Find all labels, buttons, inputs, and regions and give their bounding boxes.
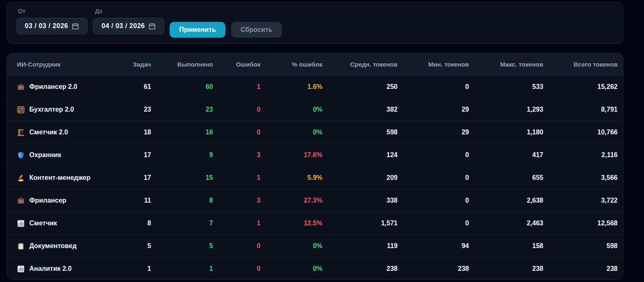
max-tokens-value: 238 xyxy=(469,265,543,272)
writing-hand-icon xyxy=(17,174,25,182)
table-row: Бухгалтер 2.0 23 23 0 0% 382 29 1,293 8,… xyxy=(7,98,623,121)
error-rate-value: 1.6% xyxy=(260,83,322,91)
table-row: Документовед 5 5 0 0% 119 94 158 598 xyxy=(7,235,623,258)
table-header-row: ИИ-Сотрудник Задач Выполнено Ошибок % ош… xyxy=(7,53,623,76)
table-row: Фрилансер 2.0 61 60 1 1.6% 250 0 533 15,… xyxy=(7,76,623,98)
date-from-label: От xyxy=(18,8,88,14)
done-value: 7 xyxy=(151,220,213,227)
table-row: Аналитик 2.0 1 1 0 0% 238 238 238 238 xyxy=(7,258,623,280)
date-from-value: 03 / 03 / 2026 xyxy=(25,22,68,30)
table-row: Фрилансер 11 8 3 27.3% 338 0 2,638 3,722 xyxy=(7,189,623,212)
tasks-value: 61 xyxy=(110,83,151,91)
avg-tokens-value: 124 xyxy=(322,151,398,159)
max-tokens-value: 1,180 xyxy=(469,129,543,136)
tasks-value: 11 xyxy=(110,197,151,204)
col-header-employee: ИИ-Сотрудник xyxy=(7,61,110,68)
tasks-value: 23 xyxy=(110,106,151,113)
employee-name: Охранник xyxy=(29,151,61,159)
done-value: 8 xyxy=(151,197,213,204)
total-tokens-value: 598 xyxy=(543,242,618,250)
filter-panel: От 03 / 03 / 2026 До 04 / 03 / 2026 Прим… xyxy=(7,2,623,44)
col-header-total-tokens: Всего токенов xyxy=(543,61,618,68)
bar-chart-icon xyxy=(17,265,25,273)
max-tokens-value: 655 xyxy=(469,174,543,182)
avg-tokens-value: 382 xyxy=(322,106,398,113)
min-tokens-value: 0 xyxy=(398,174,469,182)
errors-value: 0 xyxy=(213,265,260,272)
error-rate-value: 12.5% xyxy=(260,220,322,227)
briefcase-icon xyxy=(17,83,25,91)
error-rate-value: 0% xyxy=(260,265,322,272)
done-value: 16 xyxy=(151,129,213,136)
col-header-done: Выполнено xyxy=(151,61,213,68)
error-rate-value: 0% xyxy=(260,242,322,250)
date-from-group: От 03 / 03 / 2026 xyxy=(16,8,88,34)
avg-tokens-value: 238 xyxy=(322,265,398,272)
total-tokens-value: 3,566 xyxy=(543,174,618,182)
min-tokens-value: 0 xyxy=(398,220,469,227)
avg-tokens-value: 1,571 xyxy=(322,220,398,227)
calendar-icon[interactable] xyxy=(72,23,79,30)
error-rate-value: 0% xyxy=(260,106,322,113)
bar-chart-icon xyxy=(17,220,25,227)
table-row: Охранник 17 9 3 17.6% 124 0 417 2,116 xyxy=(7,144,623,167)
employee-name: Фрилансер xyxy=(29,197,66,204)
apply-button[interactable]: Применить xyxy=(170,22,225,38)
max-tokens-value: 417 xyxy=(469,151,543,159)
col-header-max-tokens: Макс. токенов xyxy=(469,61,543,68)
date-to-label: До xyxy=(95,8,164,14)
reset-button[interactable]: Сбросить xyxy=(231,22,282,38)
errors-value: 1 xyxy=(213,220,260,227)
max-tokens-value: 2,463 xyxy=(469,220,543,227)
table-row: Сметчик 2.0 18 16 0 0% 598 29 1,180 10,7… xyxy=(7,121,623,144)
table-row: Контент-менеджер 17 15 1 5.9% 209 0 655 … xyxy=(7,167,623,189)
date-to-group: До 04 / 03 / 2026 xyxy=(93,8,164,34)
error-rate-value: 27.3% xyxy=(260,197,322,204)
min-tokens-value: 0 xyxy=(398,83,469,91)
avg-tokens-value: 250 xyxy=(322,83,398,91)
clipboard-icon xyxy=(17,242,25,250)
total-tokens-value: 3,722 xyxy=(543,197,618,204)
max-tokens-value: 533 xyxy=(469,83,543,91)
error-rate-value: 17.6% xyxy=(260,151,322,159)
employee-name: Сметчик xyxy=(29,220,57,227)
min-tokens-value: 0 xyxy=(398,197,469,204)
done-value: 5 xyxy=(151,242,213,250)
avg-tokens-value: 338 xyxy=(322,197,398,204)
errors-value: 3 xyxy=(213,197,260,204)
errors-value: 0 xyxy=(213,106,260,113)
tasks-value: 17 xyxy=(110,174,151,182)
max-tokens-value: 158 xyxy=(469,242,543,250)
employee-name: Фрилансер 2.0 xyxy=(29,83,77,91)
total-tokens-value: 10,766 xyxy=(543,129,618,136)
error-rate-value: 5.9% xyxy=(260,174,322,182)
col-header-errors: Ошибок xyxy=(213,61,260,68)
date-to-value: 04 / 03 / 2026 xyxy=(102,22,145,30)
col-header-min-tokens: Мин. токенов xyxy=(398,61,469,68)
abacus-icon xyxy=(17,106,25,114)
tasks-value: 1 xyxy=(110,265,151,272)
done-value: 60 xyxy=(151,83,213,91)
employee-name: Сметчик 2.0 xyxy=(29,129,68,136)
col-header-error-rate: % ошибок xyxy=(260,61,322,68)
total-tokens-value: 8,791 xyxy=(543,106,618,113)
max-tokens-value: 1,293 xyxy=(469,106,543,113)
min-tokens-value: 94 xyxy=(398,242,469,250)
tasks-value: 8 xyxy=(110,220,151,227)
employees-table: ИИ-Сотрудник Задач Выполнено Ошибок % ош… xyxy=(7,53,623,280)
table-body: Фрилансер 2.0 61 60 1 1.6% 250 0 533 15,… xyxy=(7,76,623,280)
filter-buttons: Применить Сбросить xyxy=(170,8,282,38)
employee-name: Документовед xyxy=(29,242,77,250)
date-from-input[interactable]: 03 / 03 / 2026 xyxy=(16,18,88,34)
calendar-icon[interactable] xyxy=(149,23,156,30)
briefcase-icon xyxy=(17,197,25,205)
done-value: 1 xyxy=(151,265,213,272)
tasks-value: 17 xyxy=(110,151,151,159)
employee-name: Контент-менеджер xyxy=(29,174,90,182)
tasks-value: 5 xyxy=(110,242,151,250)
date-to-input[interactable]: 04 / 03 / 2026 xyxy=(93,18,164,34)
total-tokens-value: 2,116 xyxy=(543,151,618,159)
avg-tokens-value: 209 xyxy=(322,174,398,182)
errors-value: 3 xyxy=(213,151,260,159)
shield-icon xyxy=(17,151,25,159)
